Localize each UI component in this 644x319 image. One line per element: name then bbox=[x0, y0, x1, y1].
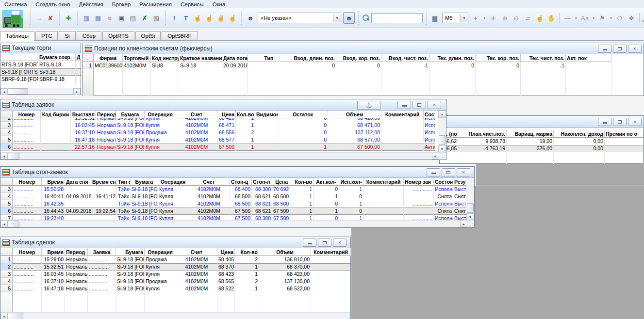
column-header[interactable]: Бумага сокр. bbox=[38, 53, 76, 61]
connect-arrow-icon[interactable]: → bbox=[33, 13, 44, 23]
scroll-left-icon[interactable]: ◄ bbox=[0, 88, 8, 95]
column-header[interactable]: Номер зая bbox=[404, 178, 434, 186]
minimize-button[interactable] bbox=[303, 239, 316, 247]
column-header[interactable]: План.чист.поз. bbox=[458, 130, 507, 138]
table-row[interactable]: SBRF-9.18 [FORTSBRF-9.180 bbox=[0, 76, 81, 83]
column-header[interactable]: Стоп-ц bbox=[230, 178, 252, 186]
dropdown-caret-icon[interactable]: ▾ bbox=[591, 13, 596, 23]
positions-window[interactable]: Позиции по клиентским счетам (фьючерсы) … bbox=[83, 43, 644, 96]
scroll-thumb[interactable] bbox=[8, 221, 19, 227]
column-header[interactable]: Вход. кор. поз. bbox=[336, 54, 381, 62]
column-header[interactable]: Кол-во bbox=[289, 178, 314, 186]
row-number[interactable]: 6 bbox=[0, 144, 13, 151]
client-filter-icon[interactable]: ☻ bbox=[343, 12, 355, 24]
column-header[interactable]: Бумага bbox=[131, 178, 158, 186]
tab-Si[interactable]: Si bbox=[59, 31, 75, 40]
column-header[interactable]: Номер bbox=[13, 248, 42, 256]
minimize-button[interactable] bbox=[598, 118, 611, 126]
zoom-out-icon[interactable]: ⊖ bbox=[511, 13, 522, 23]
table-row[interactable]: 2..............15:32:51НормальSi-9.18 [F… bbox=[0, 118, 438, 122]
column-header[interactable]: Время bbox=[42, 178, 65, 186]
excel-export-icon[interactable]: ✗ bbox=[139, 13, 150, 23]
limits-titlebar[interactable]: × bbox=[440, 116, 644, 128]
column-header[interactable]: Объем bbox=[328, 111, 381, 118]
table-row[interactable]: 1..............15:29:00Нормаль..........… bbox=[0, 256, 350, 263]
column-header[interactable]: Операция bbox=[158, 178, 188, 186]
horizontal-scrollbar[interactable]: ◄ ► ⋰ bbox=[0, 152, 446, 160]
scroll-down-icon[interactable]: ▼ bbox=[466, 213, 474, 221]
minimize-button[interactable] bbox=[397, 101, 411, 109]
column-header[interactable]: Код биржи bbox=[41, 111, 71, 118]
chart-type-icon[interactable]: ▆ bbox=[429, 13, 440, 23]
column-header[interactable]: Бумага bbox=[116, 111, 145, 118]
table-row[interactable]: 2..............15:32:51Нормаль..........… bbox=[0, 263, 350, 271]
column-header[interactable]: Остаток bbox=[278, 111, 328, 118]
limits-window[interactable]: × оз. (поПлан.чист.поз.Вариац. маржаНако… bbox=[439, 115, 644, 164]
chevron-down-icon[interactable]: ▼ bbox=[333, 14, 341, 22]
table-row[interactable]: 5..............16:42:35Тэйк-профитSi-9.1… bbox=[0, 200, 466, 207]
column-header[interactable]: Тип с bbox=[117, 178, 131, 186]
alert-balloon-icon[interactable]: ! bbox=[169, 13, 180, 23]
column-header[interactable]: Тип bbox=[248, 54, 290, 62]
column-header[interactable]: Тек. чист. поз. bbox=[521, 54, 566, 62]
row-number[interactable]: 5 bbox=[0, 136, 13, 144]
close-button[interactable]: × bbox=[628, 118, 642, 126]
row-number[interactable]: 2 bbox=[0, 118, 13, 122]
scroll-left-icon[interactable]: ◄ bbox=[0, 221, 8, 227]
row-number[interactable]: 3 bbox=[0, 186, 13, 193]
column-header[interactable] bbox=[0, 53, 38, 61]
column-header[interactable]: Тек. кор. поз. bbox=[476, 54, 521, 62]
table-row[interactable]: 4..............16:40:4104.09.201816:41:1… bbox=[0, 193, 466, 200]
column-header[interactable]: Комментарий bbox=[381, 111, 424, 118]
column-header[interactable]: Вариац. маржа bbox=[507, 130, 554, 138]
row-number[interactable]: 6 bbox=[0, 207, 13, 215]
eraser-icon[interactable]: ▱ bbox=[523, 13, 533, 23]
horizontal-scrollbar[interactable]: ◄ ► ⋰ bbox=[0, 220, 474, 227]
scroll-thumb[interactable] bbox=[8, 313, 23, 319]
text-label-icon[interactable]: T bbox=[181, 13, 191, 23]
column-header[interactable]: Вход. чист. поз. bbox=[381, 54, 429, 62]
flag-tool-icon[interactable]: ⚑ bbox=[597, 13, 608, 23]
timeframe-dropdown[interactable]: M5 ▼ bbox=[442, 13, 468, 23]
scroll-right-icon[interactable]: ► bbox=[73, 88, 81, 95]
zoom-in-icon[interactable]: ⊕ bbox=[499, 13, 510, 23]
column-header[interactable]: Дата сня bbox=[65, 178, 91, 186]
column-header[interactable]: Кол-во bbox=[235, 248, 259, 256]
scroll-thumb[interactable] bbox=[439, 135, 446, 145]
column-header[interactable]: Вход. длин. поз. bbox=[290, 54, 336, 62]
row-number[interactable]: 4 bbox=[0, 129, 13, 136]
column-header[interactable]: Период bbox=[65, 248, 88, 256]
column-header[interactable]: Объем bbox=[259, 248, 311, 256]
tab-OptSBRF[interactable]: OptSBRF bbox=[162, 31, 197, 40]
current-trades-window[interactable]: Текущие торги Бумага сокр.ДRTS-9.18 [FOR… bbox=[0, 43, 81, 95]
row-number[interactable]: 3 bbox=[0, 122, 13, 129]
add-series-icon[interactable]: + bbox=[470, 13, 481, 23]
disconnect-key-icon[interactable]: ✘ bbox=[45, 13, 56, 23]
client-clear-icon[interactable]: ☻ bbox=[245, 13, 256, 23]
hand-two-icon[interactable]: ✌ bbox=[215, 13, 226, 23]
column-header[interactable]: Цена bbox=[217, 111, 236, 118]
column-header[interactable]: Краткое названи bbox=[179, 54, 222, 62]
column-header[interactable]: Операция bbox=[145, 248, 176, 256]
search-icon[interactable] bbox=[363, 15, 369, 21]
menu-item[interactable]: Система bbox=[0, 1, 31, 8]
table-row[interactable]: RTS-9.18 [FORTS]RTS-9.180 bbox=[0, 61, 81, 68]
window-close-icon[interactable]: ▣ bbox=[116, 13, 127, 23]
tab-OptSi[interactable]: OptSi bbox=[135, 31, 161, 40]
column-header[interactable]: Накоплен. доход bbox=[554, 130, 605, 138]
minimize-button[interactable] bbox=[427, 168, 440, 176]
positions-titlebar[interactable]: Позиции по клиентским счетам (фьючерсы) … bbox=[83, 43, 644, 54]
scroll-thumb[interactable] bbox=[8, 153, 19, 160]
row-number[interactable]: 3 bbox=[0, 271, 13, 278]
stop-orders-titlebar[interactable]: Таблица стоп-заявок × bbox=[0, 167, 474, 178]
hand-sell-icon[interactable]: ☝ bbox=[204, 13, 215, 23]
vertical-scrollbar[interactable]: ▼ bbox=[466, 178, 474, 221]
restore-button[interactable] bbox=[413, 101, 426, 109]
anchor-button[interactable]: ⚓ bbox=[357, 101, 380, 110]
scroll-thumb[interactable] bbox=[467, 203, 474, 213]
scroll-thumb[interactable] bbox=[8, 88, 28, 95]
menu-item[interactable]: Сервисы bbox=[176, 1, 208, 8]
resize-grip[interactable]: ⋰ bbox=[467, 221, 474, 227]
scroll-right-icon[interactable]: ► bbox=[432, 153, 439, 160]
column-header[interactable]: Цена bbox=[217, 248, 235, 256]
